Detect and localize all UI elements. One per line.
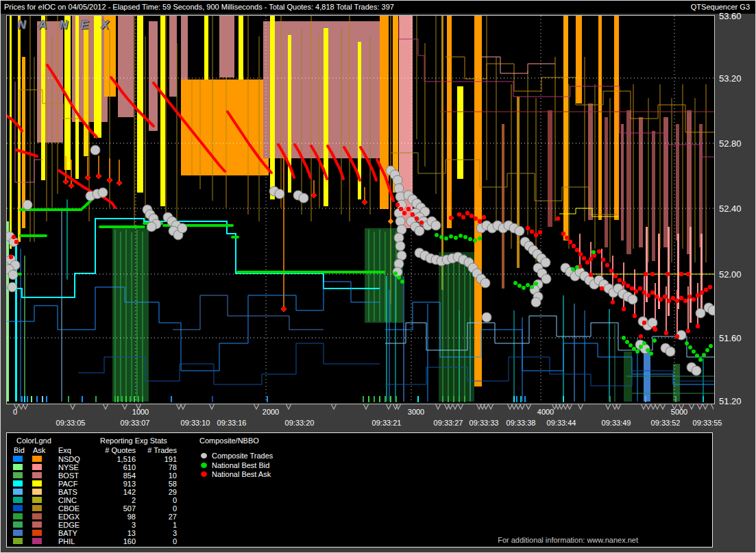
y-axis-label: 51.60	[719, 333, 742, 343]
nanex-logo: N A N E X	[18, 19, 114, 32]
y-axis-label: 51.20	[719, 396, 742, 406]
exchange-row: BOST85410	[7, 471, 185, 479]
trade-count: 27	[141, 513, 177, 521]
ask-color-swatch	[32, 497, 42, 503]
exchange-row: BATS14229	[7, 488, 185, 495]
quote-count: 507	[88, 504, 136, 513]
exchange-row: EDGX9827	[7, 513, 185, 520]
bid-color-swatch	[13, 497, 23, 503]
trade-count: 1	[141, 521, 177, 529]
quote-count: 160	[88, 537, 136, 545]
exchange-name: NSDQ	[58, 455, 80, 463]
time-tick: 09:33:16	[217, 419, 247, 427]
ask-color-swatch	[32, 513, 42, 519]
trade-count: 0	[141, 496, 177, 504]
exchange-row: NSDQ1,516191	[7, 455, 185, 463]
exchange-name: NYSE	[58, 463, 79, 471]
time-tick: 09:33:07	[121, 419, 150, 427]
ask-color-swatch	[32, 538, 42, 544]
quote-count: 2	[88, 496, 136, 504]
ask-column-header: Ask	[33, 446, 45, 454]
quote-count: 142	[88, 488, 136, 496]
trade-count: 191	[141, 455, 177, 463]
ask-color-swatch	[32, 521, 42, 528]
trade-count: 10	[141, 471, 177, 480]
exchange-name: BOST	[58, 471, 79, 480]
ask-color-swatch	[32, 472, 42, 478]
trade-count: 58	[141, 480, 177, 488]
exchange-column-header: Exq	[58, 446, 71, 454]
quote-count: 13	[88, 529, 136, 537]
trades-column-header: # Trades	[141, 446, 177, 454]
bid-color-swatch	[13, 538, 23, 544]
quote-count: 3	[88, 521, 136, 529]
bid-color-swatch	[13, 521, 23, 528]
trade-count: 3	[141, 529, 177, 537]
app-window: Prices for eIOC on 04/05/2012 - Elapsed …	[0, 0, 756, 553]
quote-count-tick: 1000	[132, 408, 149, 416]
time-tick: 09:33:20	[285, 419, 315, 427]
nbbo-legend-item: National Best Bid	[199, 461, 302, 470]
x-axis-time-labels: 09:33:0509:33:0709:33:1009:33:1609:33:20…	[6, 419, 714, 428]
time-tick: 09:33:27	[434, 419, 463, 427]
footer-link: For additional information: www.nanex.ne…	[498, 536, 638, 544]
nbbo-legend-label: National Best Bid	[212, 461, 269, 469]
trade-count: 78	[141, 463, 177, 471]
exchange-row: CBOE5070	[7, 504, 185, 512]
exchange-row: CINC20	[7, 496, 185, 504]
ask-color-swatch	[32, 456, 42, 462]
quote-count-tick: 5000	[671, 408, 687, 416]
y-axis-label: 52.00	[719, 269, 742, 280]
legend-panel: ColorLgnd Bid Ask Exq Reporting Exg Stat…	[6, 432, 713, 548]
ask-color-swatch	[32, 489, 42, 495]
y-axis-label: 53.60	[719, 11, 742, 21]
y-axis-label: 53.20	[719, 73, 742, 84]
quote-count: 98	[88, 513, 136, 521]
exchange-name: CBOE	[58, 504, 80, 513]
exchange-name: PACF	[58, 480, 78, 488]
exchange-row: PHIL1600	[7, 537, 185, 545]
nbbo-title: Composite/NBBO	[199, 437, 259, 445]
bid-color-swatch	[13, 472, 23, 478]
y-axis-price-labels: 53.6053.2052.8052.4052.0051.6051.20	[719, 1, 756, 412]
time-tick: 09:33:52	[651, 419, 681, 427]
bid-color-swatch	[13, 505, 23, 511]
time-tick: 09:33:55	[693, 419, 722, 427]
price-chart-canvas[interactable]: N A N E X	[6, 15, 715, 404]
exchange-name: BATY	[58, 529, 77, 537]
quote-count-tick: 0	[13, 408, 17, 416]
exchange-name: CINC	[58, 496, 77, 504]
trade-count: 29	[141, 488, 177, 496]
quote-count: 610	[88, 463, 136, 471]
nbbo-legend-item: Composite Trades	[199, 452, 302, 460]
ask-color-swatch	[32, 480, 42, 487]
chart-plot-area	[7, 16, 714, 404]
time-tick: 09:33:10	[181, 419, 210, 427]
exchange-name: BATS	[58, 488, 77, 496]
quote-count-tick: 2000	[263, 408, 279, 416]
legend-dot-icon	[201, 463, 207, 468]
time-tick: 09:33:05	[56, 419, 86, 427]
bid-color-swatch	[13, 456, 23, 462]
trade-count: 0	[141, 537, 177, 545]
bid-color-swatch	[13, 513, 23, 519]
title-bar: Prices for eIOC on 04/05/2012 - Elapsed …	[1, 1, 755, 14]
time-tick: 09:33:49	[602, 419, 631, 427]
legend-dot-icon	[201, 453, 207, 458]
exchange-row: PACF91358	[7, 480, 185, 487]
quote-count-tick: 3000	[408, 408, 424, 416]
exchange-row: NYSE61078	[7, 463, 185, 471]
stats-title: Reporting Exg Stats	[100, 437, 167, 445]
color-legend-title: ColorLgnd	[16, 437, 51, 445]
x-axis-quote-count-labels: 010002000300040005000	[6, 408, 714, 417]
exchange-row: BATY133	[7, 529, 185, 537]
time-tick: 09:33:38	[507, 419, 536, 427]
time-tick: 09:33:44	[547, 419, 576, 427]
trade-count: 0	[141, 504, 177, 513]
exchange-name: EDGE	[58, 521, 80, 529]
ask-color-swatch	[32, 530, 42, 536]
window-title: Prices for eIOC on 04/05/2012 - Elapsed …	[4, 3, 394, 11]
nbbo-legend-label: Composite Trades	[212, 452, 273, 460]
quotes-column-header: # Quotes	[88, 446, 136, 454]
bid-color-swatch	[13, 530, 23, 536]
